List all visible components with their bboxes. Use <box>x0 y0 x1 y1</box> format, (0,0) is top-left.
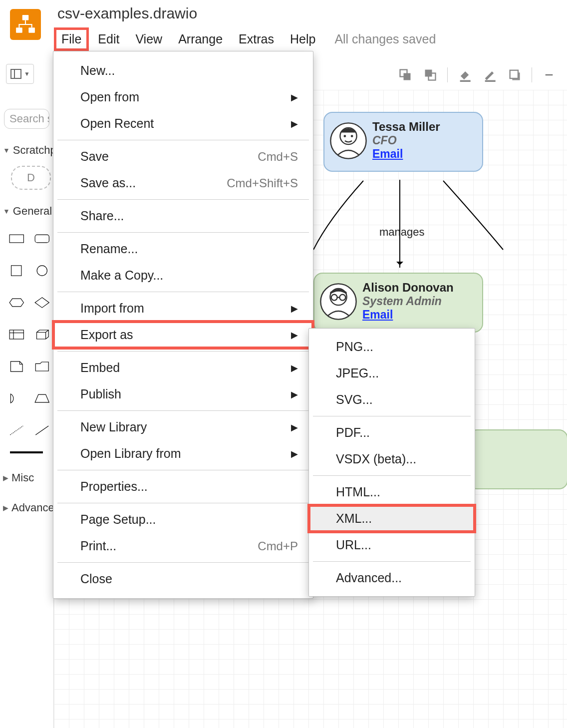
menu-publish[interactable]: Publish▶ <box>53 381 313 407</box>
menu-arrange[interactable]: Arrange <box>171 29 230 49</box>
to-front-icon[interactable] <box>422 67 438 83</box>
menu-new-library[interactable]: New Library▶ <box>53 414 313 440</box>
menu-save-as[interactable]: Save as...Cmd+Shift+S <box>53 170 313 196</box>
export-html[interactable]: HTML... <box>309 479 475 505</box>
export-pdf[interactable]: PDF... <box>309 419 475 446</box>
shortcut-label: Cmd+P <box>258 539 298 553</box>
chevron-right-icon: ▶ <box>291 422 298 433</box>
svg-rect-9 <box>510 70 518 78</box>
shape-line[interactable] <box>34 420 50 440</box>
menu-page-setup[interactable]: Page Setup... <box>53 506 313 533</box>
chevron-right-icon: ▶ <box>291 118 298 129</box>
export-jpeg[interactable]: JPEG... <box>309 360 475 386</box>
node-email-link[interactable]: Email <box>362 308 393 321</box>
shape-diamond[interactable] <box>34 293 50 313</box>
section-scratchpad[interactable]: ▼ Scratchpad <box>0 142 53 159</box>
menu-separator <box>57 199 309 200</box>
menu-new[interactable]: New... <box>53 57 313 84</box>
export-url[interactable]: URL... <box>309 532 475 558</box>
node-role: System Admin <box>362 295 473 308</box>
toolbar: − <box>397 62 567 87</box>
menu-help[interactable]: Help <box>283 29 322 49</box>
shape-table[interactable] <box>9 325 24 345</box>
shape-dashed-line[interactable] <box>9 420 24 440</box>
chevron-right-icon: ▶ <box>291 363 298 373</box>
caret-right-icon: ▶ <box>3 504 8 512</box>
layout-toggle-button[interactable]: ▼ <box>6 64 34 84</box>
shape-hline[interactable] <box>10 451 43 453</box>
menu-separator <box>313 475 471 476</box>
chevron-right-icon: ▶ <box>291 330 298 341</box>
shape-palette <box>9 229 49 440</box>
shape-rect[interactable] <box>9 229 24 249</box>
export-as-submenu: PNG... JPEG... SVG... PDF... VSDX (beta)… <box>308 328 475 597</box>
menu-separator <box>313 416 471 416</box>
node-role: CFO <box>372 134 473 147</box>
chevron-right-icon: ▶ <box>291 92 298 103</box>
menu-separator <box>57 292 309 292</box>
menu-embed[interactable]: Embed▶ <box>53 355 313 381</box>
menu-print[interactable]: Print...Cmd+P <box>53 533 313 559</box>
section-misc[interactable]: ▶ Misc <box>0 469 53 486</box>
menu-separator <box>57 470 309 470</box>
export-advanced[interactable]: Advanced... <box>309 565 475 591</box>
menu-edit[interactable]: Edit <box>91 29 126 49</box>
search-shapes-input[interactable]: Search shapes <box>4 109 49 129</box>
menu-close[interactable]: Close <box>53 566 313 592</box>
menu-import-from[interactable]: Import from▶ <box>53 295 313 322</box>
chevron-right-icon: ▶ <box>291 303 298 314</box>
shape-hexagon[interactable] <box>9 293 24 313</box>
menu-open-recent[interactable]: Open Recent▶ <box>53 110 313 137</box>
shape-roundrect[interactable] <box>34 229 50 249</box>
menu-extras[interactable]: Extras <box>232 29 281 49</box>
menu-file[interactable]: File <box>54 27 89 51</box>
app-logo <box>10 9 41 40</box>
shape-note[interactable] <box>9 357 24 376</box>
edge-label: manages <box>377 226 427 239</box>
menu-separator <box>57 503 309 503</box>
toolbar-separator <box>532 67 532 82</box>
export-vsdx[interactable]: VSDX (beta)... <box>309 446 475 472</box>
svg-rect-18 <box>9 330 23 339</box>
shape-trapezoid[interactable] <box>34 388 50 408</box>
export-png[interactable]: PNG... <box>309 334 475 360</box>
avatar-icon <box>329 122 367 160</box>
menu-view[interactable]: View <box>128 29 169 49</box>
section-general[interactable]: ▼ General <box>0 203 53 220</box>
line-color-icon[interactable] <box>482 67 498 83</box>
shape-halfcircle[interactable] <box>9 388 24 408</box>
export-xml[interactable]: XML... <box>309 505 475 532</box>
menu-export-as[interactable]: Export as▶ <box>53 322 313 348</box>
export-svg[interactable]: SVG... <box>309 386 475 413</box>
menu-open-from[interactable]: Open from▶ <box>53 84 313 110</box>
edge-arrow <box>399 180 400 268</box>
to-back-icon[interactable] <box>397 67 413 83</box>
minus-icon[interactable]: − <box>541 67 557 83</box>
shape-circle[interactable] <box>34 261 50 281</box>
org-node-sysadmin[interactable]: Alison Donovan System Admin Email <box>313 273 483 333</box>
org-node-cfo[interactable]: Tessa Miller CFO Email <box>323 112 483 172</box>
svg-marker-21 <box>35 394 49 402</box>
menu-make-copy[interactable]: Make a Copy... <box>53 262 313 289</box>
menu-save[interactable]: SaveCmd+S <box>53 143 313 170</box>
menu-share[interactable]: Share... <box>53 203 313 229</box>
fill-color-icon[interactable] <box>457 67 473 83</box>
org-node-partial[interactable] <box>468 429 567 489</box>
menu-properties[interactable]: Properties... <box>53 473 313 500</box>
menu-rename[interactable]: Rename... <box>53 236 313 262</box>
menu-separator <box>57 562 309 563</box>
section-advanced[interactable]: ▶ Advanced <box>0 499 53 516</box>
svg-rect-10 <box>11 69 21 78</box>
svg-rect-7 <box>460 80 471 82</box>
shape-square[interactable] <box>9 261 24 281</box>
edge-curve <box>313 175 513 275</box>
node-email-link[interactable]: Email <box>372 147 403 160</box>
shape-cube[interactable] <box>34 325 50 345</box>
shadow-icon[interactable] <box>507 67 523 83</box>
menu-open-library[interactable]: Open Library from▶ <box>53 440 313 467</box>
menu-separator <box>57 232 309 233</box>
shape-folder[interactable] <box>34 357 50 376</box>
scratchpad-drop-area[interactable]: D <box>11 166 51 190</box>
svg-point-15 <box>37 266 47 276</box>
menu-separator <box>57 140 309 140</box>
